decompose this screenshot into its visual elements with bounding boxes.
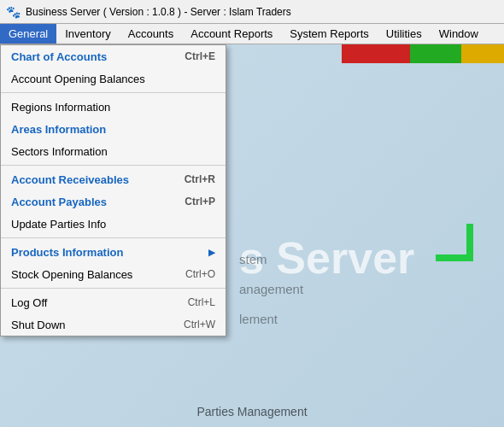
chart-of-accounts-label: Chart of Accounts bbox=[11, 50, 107, 63]
menu-item-shut-down[interactable]: Shut Down Ctrl+W bbox=[1, 313, 226, 336]
menu-item-account-receivables[interactable]: Account Receiveables Ctrl+R bbox=[1, 168, 226, 190]
chart-of-accounts-shortcut: Ctrl+E bbox=[185, 50, 215, 62]
log-off-label: Log Off bbox=[11, 296, 47, 309]
menu-item-update-parties-info[interactable]: Update Parties Info bbox=[1, 213, 226, 235]
parties-management-text: Parties Management bbox=[196, 405, 307, 418]
menu-account-reports[interactable]: Account Reports bbox=[182, 24, 281, 44]
menu-item-chart-of-accounts[interactable]: Chart of Accounts Ctrl+E bbox=[1, 45, 226, 67]
submenu-arrow-icon: ▶ bbox=[208, 248, 215, 257]
regions-information-label: Regions Information bbox=[11, 101, 110, 114]
bar-red bbox=[342, 44, 410, 63]
log-off-shortcut: Ctrl+L bbox=[188, 296, 215, 308]
general-dropdown: Chart of Accounts Ctrl+E Account Opening… bbox=[0, 44, 226, 336]
products-information-label: Products Information bbox=[11, 246, 123, 259]
stock-opening-balances-label: Stock Opening Balances bbox=[11, 268, 132, 281]
bg-text-management: anagement bbox=[239, 282, 303, 296]
menu-bar: General Inventory Accounts Account Repor… bbox=[0, 24, 504, 44]
bg-text-lement: lement bbox=[239, 312, 278, 326]
stock-opening-balances-shortcut: Ctrl+O bbox=[185, 268, 215, 280]
menu-general[interactable]: General bbox=[0, 24, 56, 44]
shut-down-shortcut: Ctrl+W bbox=[184, 319, 215, 330]
color-bars bbox=[342, 44, 504, 63]
menu-window[interactable]: Window bbox=[431, 24, 487, 44]
account-opening-balances-label: Account Opening Balances bbox=[11, 73, 145, 85]
app-icon: 🐾 bbox=[5, 4, 21, 20]
menu-item-products-information[interactable]: Products Information ▶ bbox=[1, 241, 226, 263]
bar-green bbox=[410, 44, 461, 63]
title-bar: 🐾 Business Server ( Version : 1.0.8 ) - … bbox=[0, 0, 504, 24]
green-arrow-icon bbox=[427, 215, 478, 266]
divider-2 bbox=[1, 165, 226, 166]
menu-utilities[interactable]: Utilities bbox=[378, 24, 431, 44]
menu-system-reports[interactable]: System Reports bbox=[281, 24, 377, 44]
shut-down-label: Shut Down bbox=[11, 319, 66, 331]
update-parties-info-label: Update Parties Info bbox=[11, 218, 106, 231]
menu-item-account-payables[interactable]: Account Payables Ctrl+P bbox=[1, 190, 226, 213]
account-payables-label: Account Payables bbox=[11, 196, 107, 208]
title-text: Business Server ( Version : 1.0.8 ) - Se… bbox=[26, 6, 291, 18]
areas-information-label: Areas Information bbox=[11, 123, 106, 136]
divider-4 bbox=[1, 288, 226, 289]
sectors-information-label: Sectors Information bbox=[11, 145, 108, 158]
menu-item-areas-information[interactable]: Areas Information bbox=[1, 118, 226, 140]
menu-item-regions-information[interactable]: Regions Information bbox=[1, 96, 226, 118]
bar-yellow bbox=[461, 44, 504, 63]
menu-item-sectors-information[interactable]: Sectors Information bbox=[1, 140, 226, 162]
divider-3 bbox=[1, 237, 226, 238]
menu-item-stock-opening-balances[interactable]: Stock Opening Balances Ctrl+O bbox=[1, 263, 226, 285]
account-receivables-shortcut: Ctrl+R bbox=[185, 173, 215, 185]
bg-text-system: stem bbox=[239, 252, 267, 266]
menu-item-log-off[interactable]: Log Off Ctrl+L bbox=[1, 291, 226, 313]
menu-item-account-opening-balances[interactable]: Account Opening Balances bbox=[1, 67, 226, 90]
account-receivables-label: Account Receiveables bbox=[11, 173, 129, 186]
menu-inventory[interactable]: Inventory bbox=[56, 24, 119, 44]
account-payables-shortcut: Ctrl+P bbox=[185, 196, 215, 208]
menu-accounts[interactable]: Accounts bbox=[120, 24, 182, 44]
divider-1 bbox=[1, 92, 226, 93]
